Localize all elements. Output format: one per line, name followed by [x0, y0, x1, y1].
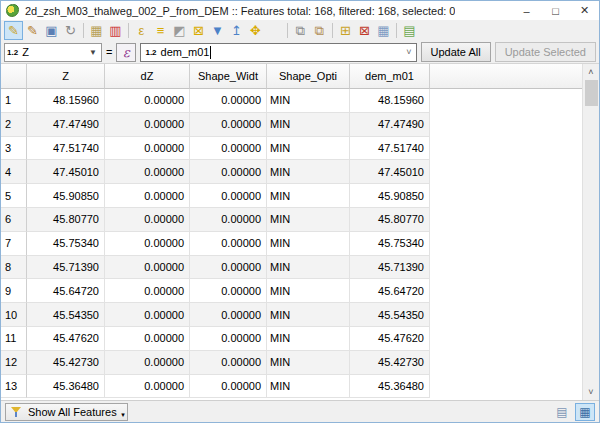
select-all-icon[interactable]: ≡ [151, 21, 170, 40]
cell-dem_m01[interactable]: 45.71390 [350, 256, 430, 280]
cell-Z[interactable]: 45.36480 [27, 375, 105, 399]
cell-Shape_Opti[interactable]: MIN [267, 256, 350, 280]
delete-field-icon[interactable]: ⊠ [355, 21, 374, 40]
deselect-all-icon[interactable]: ⊠ [189, 21, 208, 40]
cell-dem_m01[interactable]: 45.54350 [350, 303, 430, 327]
cell-Z[interactable]: 45.54350 [27, 303, 105, 327]
cell-Shape_Widt[interactable]: 0.00000 [190, 327, 267, 351]
minimize-button[interactable]: – [512, 1, 541, 20]
row-number[interactable]: 10 [1, 303, 27, 327]
cell-dem_m01[interactable]: 47.45010 [350, 160, 430, 184]
cell-Shape_Opti[interactable]: MIN [267, 137, 350, 161]
reload-table-icon[interactable]: ↻ [61, 21, 80, 40]
cell-Shape_Widt[interactable]: 0.00000 [190, 232, 267, 256]
scroll-up-icon[interactable]: ˄ [583, 64, 600, 80]
vertical-scrollbar[interactable]: ˄ ˅ [582, 64, 599, 400]
update-all-button[interactable]: Update All [421, 42, 491, 62]
cell-Shape_Opti[interactable]: MIN [267, 303, 350, 327]
cell-dem_m01[interactable]: 45.64720 [350, 279, 430, 303]
cell-Shape_Opti[interactable]: MIN [267, 160, 350, 184]
cell-dem_m01[interactable]: 48.15960 [350, 89, 430, 113]
cell-dem_m01[interactable]: 45.90850 [350, 184, 430, 208]
cell-dem_m01[interactable]: 45.42730 [350, 351, 430, 375]
cell-Z[interactable]: 45.42730 [27, 351, 105, 375]
row-number[interactable]: 4 [1, 160, 27, 184]
expression-builder-button[interactable]: ε [116, 43, 136, 62]
multi-edit-mode-icon[interactable]: ✎ [23, 21, 42, 40]
row-number[interactable]: 1 [1, 89, 27, 113]
row-number[interactable]: 12 [1, 351, 27, 375]
row-number[interactable]: 6 [1, 208, 27, 232]
maximize-button[interactable]: □ [541, 1, 570, 20]
cell-Shape_Widt[interactable]: 0.00000 [190, 208, 267, 232]
conditional-formatting-icon[interactable]: ▤ [400, 21, 419, 40]
cell-Shape_Widt[interactable]: 0.00000 [190, 256, 267, 280]
field-combobox[interactable]: 1.2 Z ▼ [4, 43, 102, 62]
cell-dem_m01[interactable]: 45.80770 [350, 208, 430, 232]
save-edits-icon[interactable]: ▣ [42, 21, 61, 40]
cell-Shape_Opti[interactable]: MIN [267, 232, 350, 256]
expression-input[interactable]: 1.2 dem_m01 ˅ [140, 43, 416, 62]
column-header-Z[interactable]: Z [27, 64, 105, 89]
cell-Shape_Widt[interactable]: 0.00000 [190, 279, 267, 303]
cell-dZ[interactable]: 0.00000 [105, 327, 190, 351]
row-number[interactable]: 13 [1, 375, 27, 399]
cell-dZ[interactable]: 0.00000 [105, 303, 190, 327]
add-feature-icon[interactable]: ▦ [87, 21, 106, 40]
cell-Shape_Widt[interactable]: 0.00000 [190, 375, 267, 399]
row-number[interactable]: 7 [1, 232, 27, 256]
row-number[interactable]: 11 [1, 327, 27, 351]
cell-Shape_Widt[interactable]: 0.00000 [190, 160, 267, 184]
column-header-Shape_Widt[interactable]: Shape_Widt [190, 64, 267, 89]
cell-dZ[interactable]: 0.00000 [105, 208, 190, 232]
header-corner[interactable] [1, 64, 27, 89]
field-calculator-icon[interactable]: ▦ [374, 21, 393, 40]
cell-Shape_Opti[interactable]: MIN [267, 279, 350, 303]
move-selection-top-icon[interactable]: ↥ [227, 21, 246, 40]
cell-Shape_Opti[interactable]: MIN [267, 208, 350, 232]
filter-select-form-icon[interactable]: ▼ [208, 21, 227, 40]
cell-dZ[interactable]: 0.00000 [105, 89, 190, 113]
scroll-down-icon[interactable]: ˅ [583, 384, 600, 400]
cell-Shape_Widt[interactable]: 0.00000 [190, 89, 267, 113]
cell-Z[interactable]: 47.45010 [27, 160, 105, 184]
invert-selection-icon[interactable]: ◩ [170, 21, 189, 40]
cell-dem_m01[interactable]: 47.47490 [350, 113, 430, 137]
close-button[interactable]: ✕ [570, 1, 599, 20]
zoom-to-selection-icon[interactable] [265, 21, 284, 40]
toggle-editing-icon[interactable]: ✎ [4, 21, 23, 40]
cell-dem_m01[interactable]: 45.47620 [350, 327, 430, 351]
cell-Shape_Opti[interactable]: MIN [267, 113, 350, 137]
cell-Shape_Widt[interactable]: 0.00000 [190, 184, 267, 208]
cell-Z[interactable]: 45.71390 [27, 256, 105, 280]
cell-dem_m01[interactable]: 45.36480 [350, 375, 430, 399]
cell-Shape_Opti[interactable]: MIN [267, 184, 350, 208]
paste-icon[interactable]: ⧉ [310, 21, 329, 40]
column-header-dZ[interactable]: dZ [105, 64, 190, 89]
new-field-icon[interactable]: ⊞ [336, 21, 355, 40]
cell-dZ[interactable]: 0.00000 [105, 256, 190, 280]
cell-dZ[interactable]: 0.00000 [105, 160, 190, 184]
chevron-down-icon[interactable]: ˅ [406, 47, 411, 57]
cell-Shape_Widt[interactable]: 0.00000 [190, 351, 267, 375]
cell-Shape_Opti[interactable]: MIN [267, 375, 350, 399]
cell-Shape_Opti[interactable]: MIN [267, 89, 350, 113]
cell-dZ[interactable]: 0.00000 [105, 375, 190, 399]
cell-Z[interactable]: 45.64720 [27, 279, 105, 303]
cell-Z[interactable]: 47.47490 [27, 113, 105, 137]
cell-dZ[interactable]: 0.00000 [105, 351, 190, 375]
table-view-button[interactable]: ▦ [575, 403, 595, 421]
cell-dZ[interactable]: 0.00000 [105, 184, 190, 208]
cell-Z[interactable]: 47.51740 [27, 137, 105, 161]
row-number[interactable]: 8 [1, 256, 27, 280]
scrollbar-thumb[interactable] [585, 80, 598, 106]
cell-dem_m01[interactable]: 47.51740 [350, 137, 430, 161]
cell-Shape_Opti[interactable]: MIN [267, 327, 350, 351]
cell-Z[interactable]: 48.15960 [27, 89, 105, 113]
row-number[interactable]: 5 [1, 184, 27, 208]
row-number[interactable]: 3 [1, 137, 27, 161]
cell-Z[interactable]: 45.80770 [27, 208, 105, 232]
column-header-dem_m01[interactable]: dem_m01 [350, 64, 430, 89]
cell-Shape_Widt[interactable]: 0.00000 [190, 303, 267, 327]
copy-icon[interactable]: ⧉ [291, 21, 310, 40]
